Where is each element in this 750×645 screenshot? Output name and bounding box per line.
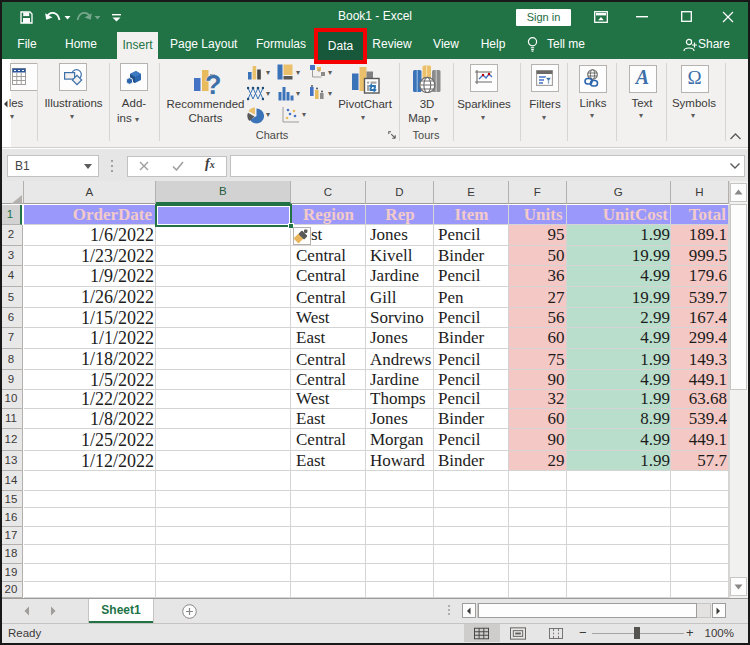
svg-text:?: ? [205, 70, 222, 96]
